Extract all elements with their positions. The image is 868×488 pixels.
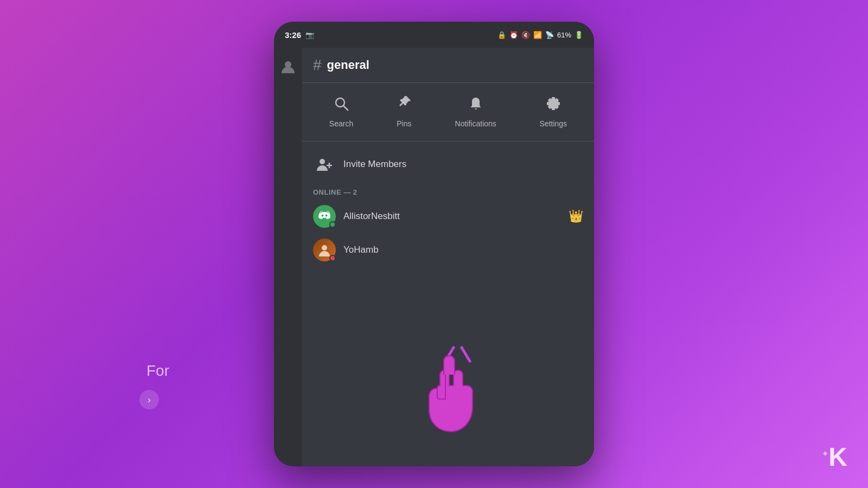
battery-icon: 🔋 [575, 31, 583, 39]
svg-line-2 [343, 106, 348, 110]
member-avatar-yohamb [313, 239, 336, 261]
toolbar-notifications[interactable]: Notifications [448, 92, 504, 132]
wifi-icon: 📶 [533, 31, 542, 39]
settings-icon [546, 96, 561, 115]
main-layout: # general Search [274, 48, 594, 466]
lock-icon: 🔒 [497, 31, 506, 39]
online-section-header: ONLINE — 2 [302, 182, 594, 200]
phone-frame: 3:26 📷 🔒 ⏰ 🔇 📶 📡 61% 🔋 [274, 22, 594, 466]
invite-icon [313, 153, 335, 175]
status-bar: 3:26 📷 🔒 ⏰ 🔇 📶 📡 61% 🔋 [274, 22, 594, 48]
arrow-button[interactable]: › [139, 390, 159, 409]
battery-label: 61% [557, 31, 571, 39]
channel-header: # general [302, 48, 594, 83]
notifications-label: Notifications [455, 119, 496, 128]
watermark: ✦K [822, 442, 846, 472]
left-sidebar [274, 48, 302, 466]
member-avatar-allistor [313, 205, 336, 228]
svg-point-4 [322, 245, 327, 251]
search-icon [334, 96, 349, 115]
toolbar: Search Pins [302, 83, 594, 142]
status-dot-online [329, 221, 336, 228]
invite-members-row[interactable]: Invite Members [302, 147, 594, 182]
pins-label: Pins [397, 119, 411, 128]
photo-icon: 📷 [305, 31, 314, 39]
member-row-yohamb[interactable]: YoHamb [302, 233, 594, 267]
search-label: Search [329, 119, 353, 128]
mute-icon: 🔇 [521, 31, 530, 39]
sidebar-avatar [278, 56, 298, 77]
status-right-icons: 🔒 ⏰ 🔇 📶 📡 61% 🔋 [497, 31, 583, 39]
channel-panel: # general Search [302, 48, 594, 466]
crown-icon: 👑 [569, 209, 583, 223]
toolbar-pins[interactable]: Pins [389, 92, 419, 132]
toolbar-settings[interactable]: Settings [532, 92, 575, 132]
signal-icon: 📡 [545, 31, 554, 39]
status-time: 3:26 [285, 30, 301, 40]
toolbar-search[interactable]: Search [322, 92, 361, 132]
channel-name: general [327, 58, 369, 72]
for-label: For [146, 362, 169, 380]
notifications-icon [468, 96, 483, 115]
invite-label: Invite Members [343, 159, 406, 170]
channel-hash-icon: # [313, 56, 322, 74]
settings-label: Settings [540, 119, 567, 128]
member-row[interactable]: AllistorNesbitt 👑 [302, 200, 594, 233]
status-dot-dnd [329, 255, 336, 261]
watermark-dots: ✦ [822, 450, 827, 458]
pins-icon [397, 96, 412, 115]
members-list: Invite Members ONLINE — 2 [302, 142, 594, 466]
alarm-icon: ⏰ [509, 31, 518, 39]
member-name-yohamb: YoHamb [343, 245, 583, 255]
member-name-allistor: AllistorNesbitt [343, 211, 561, 222]
svg-point-3 [320, 159, 325, 164]
